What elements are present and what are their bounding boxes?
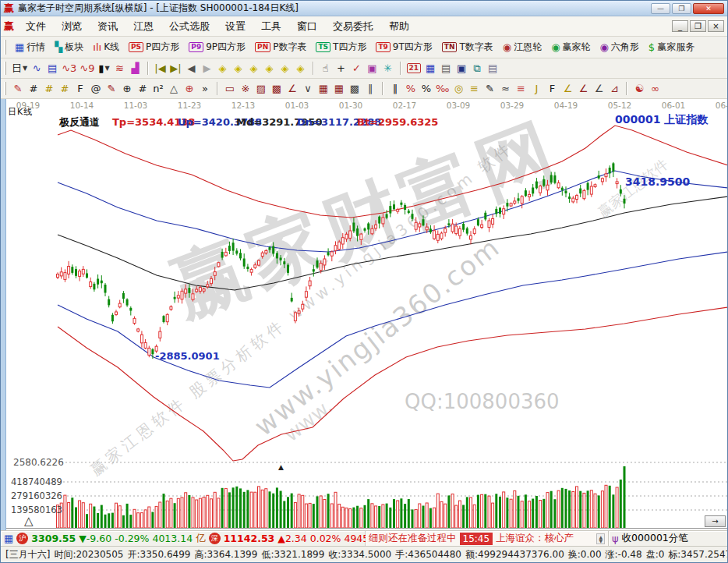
toolbar-button-box-pattern[interactable]: ▩	[269, 81, 284, 97]
scroll-right-button[interactable]: →	[705, 515, 726, 527]
menu-item-file[interactable]: 文件	[18, 17, 54, 36]
restore-button[interactable]: ❐	[672, 3, 691, 14]
toolbar-button-grid-c[interactable]: ▩	[347, 81, 362, 97]
toolbar-button-printer[interactable]: ▤	[485, 61, 500, 76]
toolbar-button-infinity[interactable]: ∞	[647, 81, 663, 97]
toolbar-button-calculator[interactable]: ▦	[422, 61, 438, 76]
toolbar-button-permille[interactable]: ‰	[434, 81, 451, 97]
toolbar-grip[interactable]	[4, 82, 6, 96]
toolbar-button-target-circle[interactable]: ⊕	[182, 81, 197, 97]
toolbar-grip[interactable]	[4, 40, 6, 55]
quote-grid-icon[interactable]: ▦	[4, 533, 13, 544]
toolbar-button-gann-wheel[interactable]: ◉江恩轮	[498, 39, 546, 55]
toolbar-button-brush-chart[interactable]: ✎	[104, 81, 119, 97]
toolbar-button-box-fan[interactable]: ▨	[253, 81, 269, 97]
toolbar-button-hexagon[interactable]: ◉六角形	[595, 39, 644, 55]
toolbar-button-polar-wave[interactable]: ∿	[29, 61, 44, 76]
toolbar-button-diamond-expand[interactable]: ◈	[262, 61, 277, 76]
mdi-minimize-button[interactable]: _	[672, 20, 688, 32]
toolbar-button-spiral[interactable]: @	[88, 81, 104, 97]
toolbar-button-chart-3[interactable]: ∿3	[60, 61, 78, 76]
ticker-spinner[interactable]: ▲▼	[596, 533, 605, 544]
toolbar-button-gold-grid-2[interactable]: #	[57, 81, 72, 97]
toolbar-button-save[interactable]: ▣	[454, 61, 469, 76]
toolbar-button-diamond-right[interactable]: ◈	[231, 61, 246, 76]
toolbar-button-calendar[interactable]: 21	[405, 61, 423, 76]
kline-chart[interactable]: 赢家财富网 赢家江恩软件 股票分析软件 www.yingjia360.com 软…	[6, 112, 727, 530]
toolbar-button-note[interactable]: ▤	[44, 61, 60, 76]
mdi-restore-button[interactable]: ❐	[690, 20, 706, 32]
toolbar-button-step-angle[interactable]: ∠	[575, 81, 591, 97]
toolbar-button-p-number-table[interactable]: PNP数字表	[250, 39, 311, 55]
toolbar-button-gold-levels[interactable]: ≡	[466, 81, 482, 97]
menu-item-news[interactable]: 资讯	[90, 17, 125, 36]
toolbar-button-j-angle[interactable]: J	[528, 81, 544, 97]
menu-item-browse[interactable]: 浏览	[54, 17, 90, 36]
menu-item-trade-entrust[interactable]: 交易委托	[325, 17, 381, 36]
triangle-marker-outline[interactable]: △	[24, 514, 34, 528]
toolbar-button-p-square[interactable]: PSP四方形	[124, 39, 184, 55]
toolbar-button-four-angle[interactable]: ⊿	[606, 81, 622, 97]
toolbar-button-percent-strike[interactable]: %	[403, 81, 419, 97]
toolbar-button-f-angle[interactable]: F	[544, 81, 560, 97]
toolbar-button-f-grid[interactable]: F	[72, 81, 88, 97]
toolbar-button-crosshair[interactable]: +	[334, 61, 349, 76]
menu-item-formula-stock-pick[interactable]: 公式选股	[161, 17, 217, 36]
toolbar-button-chart-9[interactable]: ∿9	[78, 61, 96, 76]
toolbar-button-gold-circle[interactable]: ◎	[451, 81, 466, 97]
toolbar-button-hand-drag[interactable]: ☝	[318, 61, 334, 76]
toolbar-button-kline[interactable]: ılıK线	[88, 39, 124, 55]
toolbar-button-color-chart[interactable]: ▟	[128, 61, 143, 76]
toolbar-button-v-waves[interactable]: ∨	[300, 81, 316, 97]
toolbar-button-candle-style-dropdown[interactable]: ▮▼	[97, 61, 112, 76]
toolbar-button-first-page[interactable]: |◀	[153, 61, 168, 76]
toolbar-button-gold-angle[interactable]: ∠	[560, 81, 575, 97]
toolbar-button-winner-service[interactable]: $赢家服务	[644, 39, 699, 55]
toolbar-button-9p-square[interactable]: P99P四方形	[184, 39, 250, 55]
toolbar-button-step-forward[interactable]: ▶	[200, 61, 215, 76]
toolbar-button-network[interactable]: ⧉	[469, 61, 485, 76]
toolbar-button-grid-a[interactable]: ▦	[316, 81, 331, 97]
toolbar-button-purple-tool[interactable]: ▣	[365, 61, 380, 76]
toolbar-button-gold-red-levels[interactable]: ≡	[513, 81, 528, 97]
news-ticker-segment[interactable]: 细则还在准备过程中 15:45 上海谊众：核心产 ▲▼	[366, 531, 609, 546]
toolbar-button-angle-rays[interactable]: ∠	[284, 81, 300, 97]
toolbar-button-protractor[interactable]: △	[166, 81, 182, 97]
toolbar-button-brush-2[interactable]: ✎	[482, 81, 497, 97]
shanghai-icon[interactable]: 沪	[16, 533, 28, 544]
toolbar-button-hash-lines[interactable]: #	[135, 81, 150, 97]
toolbar-button-diamond-left[interactable]: ◈	[215, 61, 231, 76]
toolbar-button-jifan-channel[interactable]: ≋	[112, 61, 128, 76]
toolbar-button-diamond-compress[interactable]: ◈	[277, 61, 293, 76]
menu-item-gann[interactable]: 江恩	[125, 17, 161, 36]
menu-item-help[interactable]: 帮助	[381, 17, 417, 36]
toolbar-button-ray-fan[interactable]: ※	[238, 81, 253, 97]
toolbar-button-gold-grid-1[interactable]: #	[41, 81, 57, 97]
toolbar-button-bars-tool[interactable]: ‖	[387, 81, 403, 97]
left-panel-strip[interactable]	[1, 99, 6, 530]
toolbar-button-box-tool[interactable]: ▭	[222, 81, 238, 97]
toolbar-button-t-square[interactable]: TST四方形	[311, 39, 371, 55]
minimize-button[interactable]: —	[651, 3, 670, 14]
mdi-close-button[interactable]: ×	[708, 20, 724, 32]
menu-item-window[interactable]: 窗口	[289, 17, 325, 36]
shenzhen-icon[interactable]: 深	[209, 533, 221, 544]
toolbar-button-more-tools[interactable]: »	[197, 81, 213, 97]
toolbar-button-percent[interactable]: %	[419, 81, 434, 97]
toolbar-button-t-number-table[interactable]: TNT数字表	[437, 39, 498, 55]
toolbar-button-pencil[interactable]: ✎	[10, 81, 26, 97]
toolbar-button-wave-tool[interactable]: ≈	[497, 81, 513, 97]
toolbar-button-grid-b[interactable]: ▦	[331, 81, 347, 97]
title-bar[interactable]: 赢 赢家老子时空周期系统[纵横版] - [上证指数 SH000001-184日K…	[1, 1, 727, 16]
toolbar-button-quotes[interactable]: ▦行情	[10, 39, 50, 55]
toolbar-button-step-back[interactable]: ◀	[184, 61, 200, 76]
toolbar-button-grid-tool[interactable]: #	[26, 81, 41, 97]
toolbar-button-sectors[interactable]: ▚板块	[50, 39, 88, 55]
toolbar-button-9t-square[interactable]: T99T四方形	[371, 39, 436, 55]
toolbar-button-diamond-locate[interactable]: ◈	[293, 61, 309, 76]
menu-item-tools[interactable]: 工具	[253, 17, 289, 36]
toolbar-grip[interactable]	[4, 62, 6, 76]
toolbar-button-angle-check[interactable]: ✓	[349, 61, 365, 76]
toolbar-button-circle-divide[interactable]: ⊕	[119, 81, 135, 97]
close-button[interactable]: ✕	[693, 3, 724, 14]
